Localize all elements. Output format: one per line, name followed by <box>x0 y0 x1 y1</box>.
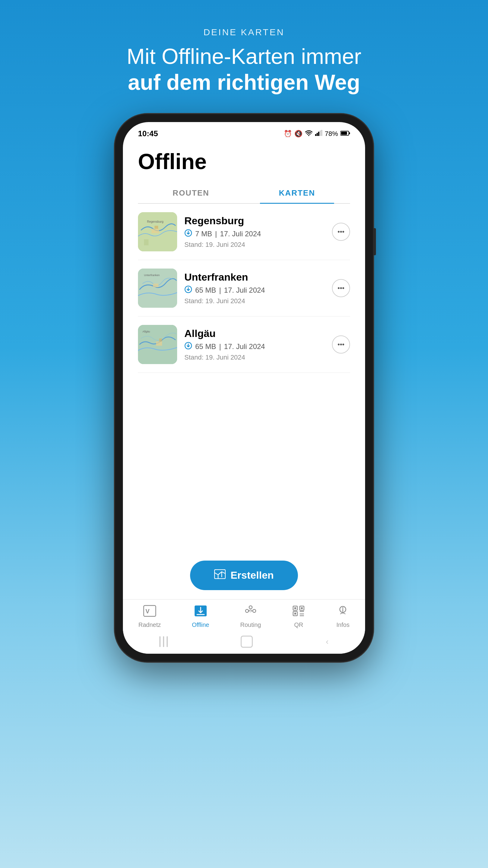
svg-rect-20 <box>159 338 162 341</box>
list-item: Unterfranken Unterfranken <box>138 260 350 316</box>
map-stand: Stand: 19. Juni 2024 <box>184 297 325 305</box>
header-title-line1: Mit Offline-Karten immer <box>127 44 361 68</box>
status-time: 10:45 <box>138 129 158 138</box>
nav-item-infos[interactable]: Infos <box>336 605 350 628</box>
map-info-regensburg: Regensburg 7 MB | 17. J <box>184 215 325 249</box>
nav-label-radnetz: Radnetz <box>138 621 161 628</box>
map-more-button[interactable]: ••• <box>332 279 350 297</box>
header-title-line2: auf dem richtigen Weg <box>128 70 360 94</box>
page-title: Offline <box>138 149 350 174</box>
map-size: 65 MB <box>195 342 216 351</box>
home-back-chevron[interactable]: ‹ <box>326 637 329 647</box>
status-bar: 10:45 ⏰ 🔇 <box>123 122 365 140</box>
svg-rect-10 <box>152 229 159 233</box>
svg-rect-38 <box>294 613 296 615</box>
home-square-button[interactable] <box>241 636 253 648</box>
nav-label-qr: QR <box>294 621 303 628</box>
svg-text:Allgäu: Allgäu <box>142 330 150 333</box>
home-bar-left <box>159 636 161 647</box>
svg-rect-37 <box>301 607 303 609</box>
create-button[interactable]: Erstellen <box>190 561 298 590</box>
map-create-icon <box>214 569 226 582</box>
map-more-button[interactable]: ••• <box>332 223 350 241</box>
map-name: Allgäu <box>184 328 325 339</box>
routing-icon <box>244 605 257 620</box>
svg-rect-4 <box>320 130 321 136</box>
wifi-icon <box>305 130 313 138</box>
qr-icon <box>292 605 305 620</box>
svg-text:Regensburg: Regensburg <box>147 220 163 223</box>
svg-rect-11 <box>155 226 158 229</box>
tab-routen[interactable]: ROUTEN <box>138 183 244 203</box>
svg-rect-1 <box>315 134 316 136</box>
map-more-button[interactable]: ••• <box>332 336 350 353</box>
header-section: DEINE KARTEN Mit Offline-Karten immer au… <box>127 0 361 96</box>
svg-point-0 <box>308 135 310 136</box>
offline-icon <box>194 605 207 620</box>
map-thumbnail-regensburg: Regensburg <box>138 212 177 251</box>
separator: | <box>215 230 217 238</box>
home-bar-right <box>167 636 168 647</box>
status-icons: ⏰ 🔇 <box>284 130 350 138</box>
map-thumbnail-allgaeu: Allgäu <box>138 325 177 364</box>
create-button-area: Erstellen <box>138 549 350 599</box>
svg-point-32 <box>249 606 252 609</box>
svg-point-30 <box>246 610 249 613</box>
map-date: 17. Juli 2024 <box>224 342 265 351</box>
map-name: Regensburg <box>184 215 325 227</box>
map-meta: 7 MB | 17. Juli 2024 <box>184 229 325 239</box>
list-item: Allgäu Allgäu <box>138 316 350 373</box>
map-stand: Stand: 19. Juni 2024 <box>184 353 325 361</box>
more-dots-icon: ••• <box>337 228 344 236</box>
svg-rect-5 <box>321 130 322 136</box>
infos-icon <box>336 605 350 620</box>
svg-text:V: V <box>145 608 150 615</box>
header-title: Mit Offline-Karten immer auf dem richtig… <box>127 43 361 96</box>
map-size: 65 MB <box>195 286 216 294</box>
app-content: Offline ROUTEN KARTEN <box>123 140 365 599</box>
svg-point-43 <box>342 607 344 609</box>
nav-label-infos: Infos <box>336 621 350 628</box>
tabs-container: ROUTEN KARTEN <box>138 183 350 204</box>
nav-item-qr[interactable]: QR <box>292 605 305 628</box>
nav-item-offline[interactable]: Offline <box>192 605 209 628</box>
svg-rect-36 <box>294 607 296 609</box>
create-button-label: Erstellen <box>230 569 274 581</box>
svg-text:Unterfranken: Unterfranken <box>144 274 160 277</box>
svg-rect-19 <box>156 341 162 346</box>
map-meta: 65 MB | 17. Juli 2024 <box>184 342 325 352</box>
alarm-icon: ⏰ <box>284 130 292 138</box>
radnetz-icon: V <box>143 605 156 620</box>
svg-rect-3 <box>318 132 319 136</box>
map-date: 17. Juli 2024 <box>224 286 265 294</box>
svg-rect-7 <box>349 132 350 134</box>
svg-rect-8 <box>341 132 347 135</box>
download-icon <box>184 229 192 239</box>
nav-item-routing[interactable]: Routing <box>240 605 261 628</box>
bottom-nav: V Radnetz Offline <box>123 599 365 631</box>
map-thumbnail-unterfranken: Unterfranken <box>138 269 177 308</box>
download-icon <box>184 285 192 296</box>
separator: | <box>219 286 221 294</box>
map-size: 7 MB <box>195 230 212 238</box>
map-list: Regensburg Regensburg <box>138 204 350 549</box>
map-date: 17. Juli 2024 <box>220 230 261 238</box>
separator: | <box>219 342 221 351</box>
nav-label-routing: Routing <box>240 621 261 628</box>
map-info-unterfranken: Unterfranken 65 MB | 17 <box>184 271 325 305</box>
svg-rect-23 <box>215 569 225 579</box>
nav-item-radnetz[interactable]: V Radnetz <box>138 605 161 628</box>
more-dots-icon: ••• <box>337 284 344 292</box>
phone-frame: 10:45 ⏰ 🔇 <box>115 114 373 662</box>
map-stand: Stand: 19. Juni 2024 <box>184 241 325 249</box>
more-dots-icon: ••• <box>337 341 344 348</box>
svg-rect-15 <box>153 284 158 287</box>
mute-icon: 🔇 <box>294 130 302 138</box>
tab-karten[interactable]: KARTEN <box>244 183 350 203</box>
header-subtitle: DEINE KARTEN <box>127 27 361 37</box>
svg-point-31 <box>253 610 256 613</box>
battery-percentage: 78% <box>325 130 338 138</box>
battery-icon <box>340 130 350 138</box>
map-info-allgaeu: Allgäu 65 MB | 17. Juli <box>184 328 325 361</box>
signal-icon <box>315 130 322 138</box>
